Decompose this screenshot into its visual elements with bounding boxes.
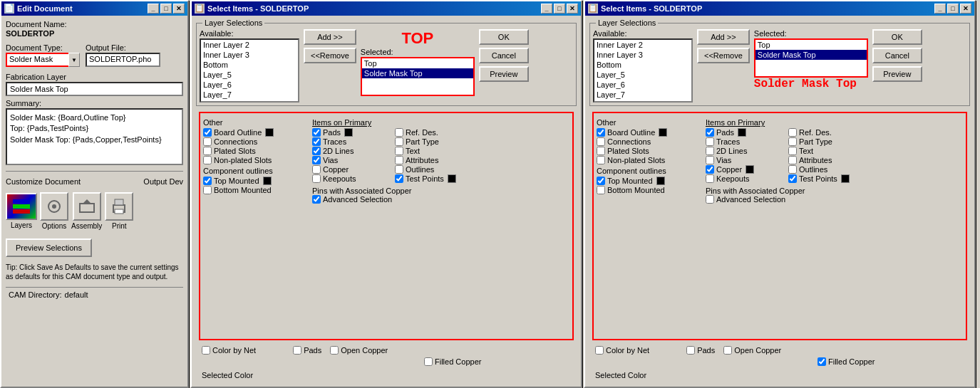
traces-cb-2[interactable] xyxy=(706,137,714,146)
attributes-cb-2[interactable] xyxy=(788,156,797,164)
parttype-cb-2[interactable] xyxy=(788,137,797,146)
maximize-btn[interactable]: □ xyxy=(160,4,172,14)
close-btn-3[interactable]: ✕ xyxy=(960,4,971,14)
add-btn-2[interactable]: Add >> xyxy=(697,29,750,45)
close-btn-2[interactable]: ✕ xyxy=(567,4,578,14)
selected-list-2[interactable]: Top Solder Mask Top xyxy=(754,38,868,78)
cancel-btn-2[interactable]: Cancel xyxy=(872,48,922,63)
add-btn-1[interactable]: Add >> xyxy=(304,29,356,45)
advanced-sel-cb-1[interactable] xyxy=(312,195,321,204)
filled-copper-cb-1[interactable] xyxy=(424,357,433,366)
keepouts-cb-2[interactable] xyxy=(706,174,714,183)
doc-type-select[interactable]: Solder Mask xyxy=(6,53,70,67)
available-item-2[interactable]: Inner Layer 3 xyxy=(594,50,691,60)
text-cb-1[interactable] xyxy=(395,147,403,155)
filled-copper-cb-2[interactable] xyxy=(817,357,826,366)
preview-btn-2[interactable]: Preview xyxy=(872,66,922,82)
copper-cb-1[interactable] xyxy=(312,165,321,174)
available-item[interactable]: Bottom xyxy=(201,60,298,70)
keepouts-cb-1[interactable] xyxy=(312,174,321,183)
testpoints-cb-1[interactable] xyxy=(395,174,403,183)
available-item-2[interactable]: Inner Layer 2 xyxy=(594,40,691,50)
open-copper-cb-1[interactable] xyxy=(330,346,339,355)
bottom-mounted-cb-1[interactable] xyxy=(203,186,212,194)
close-btn[interactable]: ✕ xyxy=(173,4,185,14)
text-cb-2[interactable] xyxy=(788,147,797,155)
selected-item-top[interactable]: Top xyxy=(362,58,473,68)
doc-type-arrow[interactable]: ▼ xyxy=(68,53,80,67)
2dlines-cb-1[interactable] xyxy=(312,147,321,155)
refdes-cb-1[interactable] xyxy=(395,128,403,137)
outlines-cb-1[interactable] xyxy=(395,165,403,174)
available-item[interactable]: Inner Layer 2 xyxy=(201,40,298,50)
available-list-1[interactable]: Inner Layer 2 Inner Layer 3 Bottom Layer… xyxy=(200,38,299,103)
open-copper-cb-2[interactable] xyxy=(723,346,732,355)
select-items-titlebar-2: 📋 Select Items - SOLDERTOP _ □ ✕ xyxy=(585,1,974,16)
refdes-cb-2[interactable] xyxy=(788,128,797,137)
top-mounted-cb-1[interactable] xyxy=(203,177,212,185)
cancel-btn-1[interactable]: Cancel xyxy=(479,48,529,63)
outlines-cb-2[interactable] xyxy=(788,165,797,174)
pads-cb-2[interactable] xyxy=(706,128,714,137)
pins-section-2: Pins with Associated Copper Advanced Sel… xyxy=(706,187,963,204)
available-item-2[interactable]: Layer_7 xyxy=(594,90,691,100)
bottom-mounted-cb-2[interactable] xyxy=(597,186,605,194)
pads-bottom-cb-2[interactable] xyxy=(686,346,695,355)
print-btn[interactable] xyxy=(105,192,133,221)
connections-cb-2[interactable] xyxy=(597,137,605,146)
non-plated-slots-cb-1[interactable] xyxy=(203,156,212,164)
available-item-2[interactable]: Bottom xyxy=(594,60,691,70)
top-mounted-cb-2[interactable] xyxy=(597,177,605,185)
preview-selections-btn[interactable]: Preview Selections xyxy=(6,238,92,257)
copper-cb-2[interactable] xyxy=(706,165,714,174)
minimize-btn[interactable]: _ xyxy=(148,4,159,14)
available-item[interactable]: Inner Layer 3 xyxy=(201,50,298,60)
board-outline-cb-1[interactable] xyxy=(203,128,212,137)
top-mounted-lbl-2: Top Mounted xyxy=(607,177,653,185)
vias-cb-2[interactable] xyxy=(706,156,714,164)
pads-bottom-lbl-2: Pads xyxy=(697,346,715,355)
pads-cb-1[interactable] xyxy=(312,128,321,137)
minimize-btn-3[interactable]: _ xyxy=(934,4,946,14)
output-file-input[interactable]: SOLDERTOP.pho xyxy=(86,53,160,67)
selected-item-smt[interactable]: Solder Mask Top xyxy=(362,68,473,78)
testpoints-cb-2[interactable] xyxy=(788,174,797,183)
selected-list-1[interactable]: Top Solder Mask Top xyxy=(361,57,475,96)
available-item-2[interactable]: Layer_6 xyxy=(594,80,691,90)
ok-btn-1[interactable]: OK xyxy=(479,29,529,45)
ok-btn-2[interactable]: OK xyxy=(872,29,922,45)
board-outline-cb-2[interactable] xyxy=(597,128,605,137)
color-by-net-cb-2[interactable] xyxy=(595,346,604,355)
assembly-btn[interactable] xyxy=(73,192,101,221)
2dlines-cb-2[interactable] xyxy=(706,147,714,155)
maximize-btn-2[interactable]: □ xyxy=(554,4,565,14)
layers-btn[interactable] xyxy=(6,193,37,220)
refdes-row-2: Ref. Des. xyxy=(788,128,860,137)
pads-bottom-cb-1[interactable] xyxy=(293,346,301,355)
available-list-2[interactable]: Inner Layer 2 Inner Layer 3 Bottom Layer… xyxy=(593,38,693,103)
options-btn[interactable] xyxy=(40,192,68,221)
attributes-cb-1[interactable] xyxy=(395,156,403,164)
parttype-cb-1[interactable] xyxy=(395,137,403,146)
connections-cb-1[interactable] xyxy=(203,137,212,146)
available-item[interactable]: Layer_6 xyxy=(201,80,298,90)
advanced-sel-cb-2[interactable] xyxy=(706,195,714,204)
pads-lbl-1: Pads xyxy=(323,128,341,137)
color-by-net-cb-1[interactable] xyxy=(202,346,210,355)
non-plated-slots-cb-2[interactable] xyxy=(597,156,605,164)
selected-item-top-2[interactable]: Top xyxy=(755,40,867,50)
remove-btn-2[interactable]: <<Remove xyxy=(697,48,750,63)
plated-slots-cb-2[interactable] xyxy=(597,147,605,155)
remove-btn-1[interactable]: <<Remove xyxy=(304,48,356,63)
plated-slots-cb-1[interactable] xyxy=(203,147,212,155)
selected-item-smt-2[interactable]: Solder Mask Top xyxy=(755,50,867,60)
traces-cb-1[interactable] xyxy=(312,137,321,146)
layer-selections-group-1: Layer Selections Available: Inner Layer … xyxy=(196,23,577,106)
available-item[interactable]: Layer_7 xyxy=(201,90,298,100)
maximize-btn-3[interactable]: □ xyxy=(947,4,959,14)
available-item[interactable]: Layer_5 xyxy=(201,70,298,80)
preview-btn-1[interactable]: Preview xyxy=(479,66,529,82)
vias-cb-1[interactable] xyxy=(312,156,321,164)
available-item-2[interactable]: Layer_5 xyxy=(594,70,691,80)
minimize-btn-2[interactable]: _ xyxy=(541,4,552,14)
